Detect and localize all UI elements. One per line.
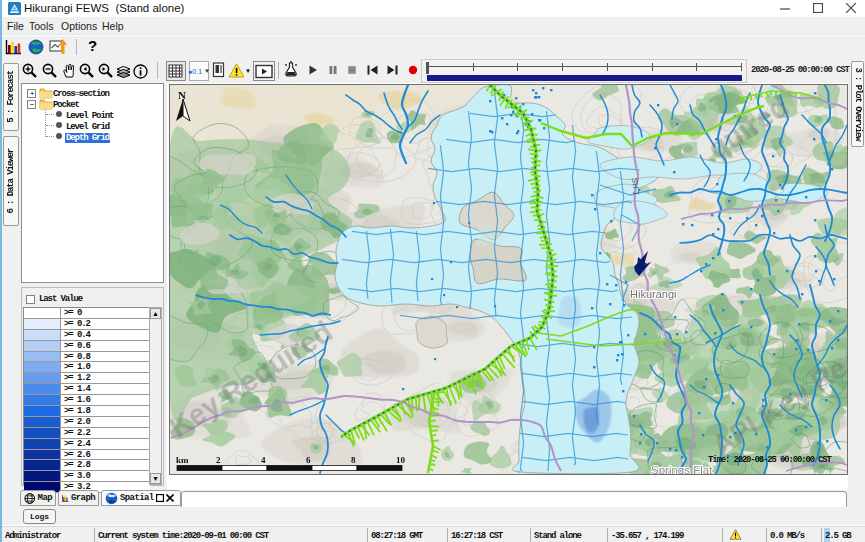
svg-text:km: km bbox=[176, 455, 189, 465]
svg-text:Hikurangi: Hikurangi bbox=[630, 288, 676, 300]
svg-text:8: 8 bbox=[351, 455, 356, 465]
svg-text:2: 2 bbox=[216, 455, 221, 465]
svg-text:6: 6 bbox=[306, 455, 311, 465]
svg-text:Springs Flat: Springs Flat bbox=[651, 464, 713, 474]
svg-text:SH 1: SH 1 bbox=[630, 177, 641, 196]
svg-text:Time: 2020-08-25 00:00:00 CST: Time: 2020-08-25 00:00:00 CST bbox=[708, 455, 833, 465]
svg-text:N: N bbox=[178, 89, 186, 101]
svg-text:4: 4 bbox=[261, 455, 266, 465]
svg-text:10: 10 bbox=[396, 455, 406, 465]
